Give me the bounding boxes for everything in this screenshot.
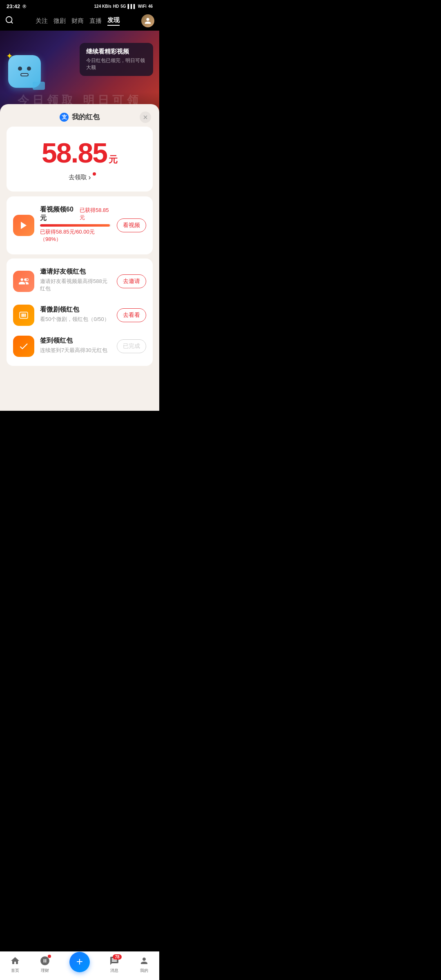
nav-item-discover[interactable]: 发现 bbox=[107, 16, 120, 26]
close-button[interactable]: × bbox=[140, 111, 151, 123]
alipay-icon: 支 bbox=[60, 113, 69, 122]
task-info-drama: 看微剧领红包 看50个微剧，领红包（0/50） bbox=[40, 305, 111, 325]
checkin-button: 已完成 bbox=[117, 339, 146, 353]
popup-title: 继续看精彩视频 bbox=[86, 48, 147, 56]
svg-line-1 bbox=[11, 22, 13, 23]
invite-friend-button[interactable]: 去邀请 bbox=[117, 274, 146, 288]
search-button[interactable] bbox=[5, 16, 14, 27]
task-icon-invite bbox=[13, 271, 34, 292]
task-title-text: 看视频领60元 bbox=[40, 205, 76, 223]
status-recording-icon: ® bbox=[22, 4, 26, 9]
task-info-checkin: 签到领红包 连续签到7天最高得30元红包 bbox=[40, 336, 111, 356]
amount-card: 58.85 元 去领取 bbox=[7, 127, 153, 192]
nav-item-finance[interactable]: 财商 bbox=[71, 17, 84, 25]
notification-dot bbox=[93, 172, 96, 176]
hero-banner: ✦ 🎁 继续看精彩视频 今日红包已领完，明日可领大额 今日领取 明日可领 bbox=[0, 31, 159, 112]
nav-item-live[interactable]: 直播 bbox=[89, 17, 102, 25]
amount-unit: 元 bbox=[109, 154, 118, 166]
task-item-invite: 邀请好友领红包 邀请好友看视频最高得588元红包 去邀请 bbox=[13, 266, 146, 296]
nav-item-follow[interactable]: 关注 bbox=[36, 17, 48, 25]
top-nav: 关注 微剧 财商 直播 发现 bbox=[0, 11, 159, 31]
task-desc-video: 已获得58.85元/60.00元（98%） bbox=[40, 228, 111, 243]
modal-title-text: 我的红包 bbox=[72, 112, 100, 122]
task-info-invite: 邀请好友领红包 邀请好友看视频最高得588元红包 bbox=[40, 267, 111, 295]
mascot-body bbox=[8, 55, 41, 88]
task-title-video: 看视频领60元 已获得58.85元 bbox=[40, 205, 111, 223]
task-desc-drama: 看50个微剧，领红包（0/50） bbox=[40, 316, 111, 323]
modal-header: 支 我的红包 × bbox=[0, 104, 159, 127]
task-title-checkin: 签到领红包 bbox=[40, 336, 111, 345]
task-info-video: 看视频领60元 已获得58.85元 已获得58.85元/60.00元（98%） bbox=[40, 205, 111, 245]
status-battery: 46 bbox=[148, 4, 153, 9]
nav-item-drama[interactable]: 微剧 bbox=[53, 17, 66, 25]
status-time: 23:42 bbox=[7, 3, 20, 9]
task-earned-video: 已获得58.85元 bbox=[80, 207, 111, 221]
status-bar: 23:42 ® 124 KB/s HD 5G ▌▌▌ WiFi 46 bbox=[0, 0, 159, 11]
task-desc-checkin: 连续签到7天最高得30元红包 bbox=[40, 347, 111, 354]
task-icon-video bbox=[13, 215, 34, 236]
collect-label: 去领取 bbox=[69, 174, 87, 181]
continue-watch-popup[interactable]: 继续看精彩视频 今日红包已领完，明日可领大额 bbox=[80, 43, 153, 76]
modal-title: 支 我的红包 bbox=[60, 112, 100, 122]
nav-items: 关注 微剧 财商 直播 发现 bbox=[14, 16, 141, 26]
status-hd-icon: HD bbox=[113, 4, 119, 9]
popup-subtitle: 今日红包已领完，明日可领大额 bbox=[86, 57, 147, 71]
red-packet-modal: 支 我的红包 × 58.85 元 去领取 看视频领60元 bbox=[0, 104, 159, 411]
status-5g-icon: 5G bbox=[120, 4, 126, 9]
svg-rect-9 bbox=[25, 314, 26, 317]
collect-button[interactable]: 去领取 bbox=[69, 173, 91, 182]
task-watch-video-card: 看视频领60元 已获得58.85元 已获得58.85元/60.00元（98%） … bbox=[7, 196, 153, 254]
progress-bar-fill bbox=[40, 224, 110, 227]
svg-marker-2 bbox=[21, 222, 27, 229]
status-signal-icon: ▌▌▌ bbox=[128, 4, 136, 9]
task-icon-drama bbox=[13, 305, 34, 326]
watch-video-button[interactable]: 看视频 bbox=[117, 218, 146, 232]
task-item-drama: 看微剧领红包 看50个微剧，领红包（0/50） 去看看 bbox=[13, 296, 146, 327]
task-item-watch-video: 看视频领60元 已获得58.85元 已获得58.85元/60.00元（98%） … bbox=[13, 204, 146, 247]
amount-number: 58.85 bbox=[42, 139, 107, 167]
svg-rect-8 bbox=[23, 314, 24, 317]
task-title-invite: 邀请好友领红包 bbox=[40, 267, 111, 276]
watch-drama-button[interactable]: 去看看 bbox=[117, 308, 146, 322]
status-wifi-icon: WiFi bbox=[138, 4, 147, 9]
svg-rect-7 bbox=[22, 314, 23, 317]
task-desc-invite: 邀请好友看视频最高得588元红包 bbox=[40, 278, 111, 292]
task-icon-checkin bbox=[13, 336, 34, 357]
task-title-drama: 看微剧领红包 bbox=[40, 305, 111, 314]
progress-bar-wrap bbox=[40, 224, 111, 227]
status-network-speed: 124 KB/s bbox=[94, 4, 111, 9]
user-avatar[interactable] bbox=[141, 14, 154, 27]
amount-display: 58.85 元 bbox=[15, 139, 145, 167]
task-item-checkin: 签到领红包 连续签到7天最高得30元红包 已完成 bbox=[13, 327, 146, 359]
task-others-card: 邀请好友领红包 邀请好友看视频最高得588元红包 去邀请 看微剧领红包 看50个… bbox=[7, 258, 153, 366]
svg-point-0 bbox=[6, 16, 12, 22]
